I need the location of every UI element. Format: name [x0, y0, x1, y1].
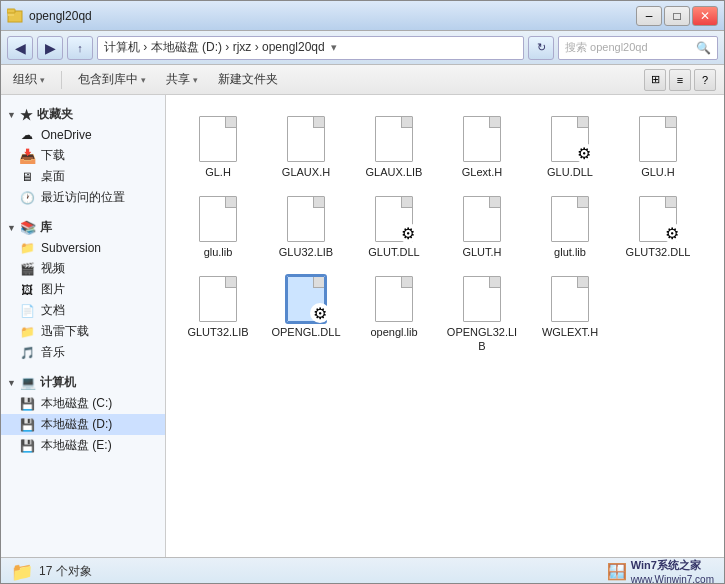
- file-item[interactable]: GLU32.LIB: [266, 191, 346, 263]
- file-item[interactable]: ⚙GLUT.DLL: [354, 191, 434, 263]
- document-icon: [463, 196, 501, 242]
- file-label: glut.lib: [554, 246, 586, 259]
- back-button[interactable]: ◀: [7, 36, 33, 60]
- file-label: GLAUX.H: [282, 166, 330, 179]
- file-icon-container: [370, 275, 418, 323]
- downloads-folder-icon: 📥: [19, 148, 35, 164]
- sidebar-item-drive-c[interactable]: 💾 本地磁盘 (C:): [1, 393, 165, 414]
- file-item[interactable]: ⚙OPENGL.DLL: [266, 271, 346, 356]
- share-dropdown-icon: ▾: [193, 75, 198, 85]
- file-icon-container: [546, 195, 594, 243]
- include-library-button[interactable]: 包含到库中 ▾: [74, 69, 150, 90]
- document-icon: [199, 196, 237, 242]
- file-item[interactable]: ⚙GLUT32.DLL: [618, 191, 698, 263]
- view-toggle-button[interactable]: ⊞: [644, 69, 666, 91]
- new-folder-button[interactable]: 新建文件夹: [214, 69, 282, 90]
- computer-section[interactable]: ▼ 💻 计算机: [1, 369, 165, 393]
- breadcrumb-bar[interactable]: 计算机 › 本地磁盘 (D:) › rjxz › opengl20qd ▾: [97, 36, 524, 60]
- sidebar: ▼ ★ 收藏夹 ☁ OneDrive 📥 下载 🖥 桌面 🕐 最近访问的位置 ▼…: [1, 95, 166, 557]
- file-item[interactable]: GLext.H: [442, 111, 522, 183]
- breadcrumb-text: 计算机 › 本地磁盘 (D:) › rjxz › opengl20qd: [104, 39, 325, 56]
- drive-e-icon: 💾: [19, 438, 35, 454]
- gear-icon: ⚙: [310, 303, 330, 323]
- sidebar-item-xunlei[interactable]: 📁 迅雷下载: [1, 321, 165, 342]
- minimize-button[interactable]: –: [636, 6, 662, 26]
- file-item[interactable]: ⚙GLU.DLL: [530, 111, 610, 183]
- document-icon: [199, 276, 237, 322]
- drive-d-icon: 💾: [19, 417, 35, 433]
- document-icon: [287, 116, 325, 162]
- file-item[interactable]: GL.H: [178, 111, 258, 183]
- file-item[interactable]: opengl.lib: [354, 271, 434, 356]
- windows-logo-icon: 🪟: [607, 562, 627, 581]
- gear-icon: ⚙: [398, 223, 418, 243]
- file-label: GLU.H: [641, 166, 675, 179]
- view-list-button[interactable]: ≡: [669, 69, 691, 91]
- up-button[interactable]: ↑: [67, 36, 93, 60]
- document-icon: [199, 116, 237, 162]
- refresh-button[interactable]: ↻: [528, 36, 554, 60]
- file-label: GL.H: [205, 166, 231, 179]
- file-label: GLU.DLL: [547, 166, 593, 179]
- document-icon: [463, 276, 501, 322]
- sidebar-item-music[interactable]: 🎵 音乐: [1, 342, 165, 363]
- desktop-icon: 🖥: [19, 169, 35, 185]
- file-icon-container: ⚙: [282, 275, 330, 323]
- file-icon-container: [194, 115, 242, 163]
- document-icon: [375, 276, 413, 322]
- file-label: GLUT.DLL: [368, 246, 419, 259]
- main-area: ▼ ★ 收藏夹 ☁ OneDrive 📥 下载 🖥 桌面 🕐 最近访问的位置 ▼…: [1, 95, 724, 557]
- object-count: 17 个对象: [39, 563, 92, 580]
- search-box[interactable]: 搜索 opengl20qd 🔍: [558, 36, 718, 60]
- file-item[interactable]: GLAUX.H: [266, 111, 346, 183]
- breadcrumb-dropdown-icon[interactable]: ▾: [331, 41, 337, 54]
- file-label: WGLEXT.H: [542, 326, 598, 339]
- favorites-section[interactable]: ▼ ★ 收藏夹: [1, 101, 165, 125]
- file-item[interactable]: glu.lib: [178, 191, 258, 263]
- favorites-collapse-icon: ▼: [7, 110, 16, 120]
- address-bar: ◀ ▶ ↑ 计算机 › 本地磁盘 (D:) › rjxz › opengl20q…: [1, 31, 724, 65]
- file-item[interactable]: GLAUX.LIB: [354, 111, 434, 183]
- file-icon-container: [458, 195, 506, 243]
- toolbar-divider-1: [61, 71, 62, 89]
- help-button[interactable]: ?: [694, 69, 716, 91]
- file-label: opengl.lib: [370, 326, 417, 339]
- sidebar-item-recent[interactable]: 🕐 最近访问的位置: [1, 187, 165, 208]
- file-item[interactable]: WGLEXT.H: [530, 271, 610, 356]
- sidebar-item-onedrive[interactable]: ☁ OneDrive: [1, 125, 165, 145]
- include-dropdown-icon: ▾: [141, 75, 146, 85]
- sidebar-item-drive-e[interactable]: 💾 本地磁盘 (E:): [1, 435, 165, 456]
- sidebar-item-documents[interactable]: 📄 文档: [1, 300, 165, 321]
- window-icon: [7, 8, 23, 24]
- document-icon: [551, 276, 589, 322]
- search-icon[interactable]: 🔍: [696, 41, 711, 55]
- sidebar-item-desktop[interactable]: 🖥 桌面: [1, 166, 165, 187]
- close-button[interactable]: ✕: [692, 6, 718, 26]
- file-item[interactable]: GLUT32.LIB: [178, 271, 258, 356]
- sidebar-item-pictures[interactable]: 🖼 图片: [1, 279, 165, 300]
- subversion-folder-icon: 📁: [19, 240, 35, 256]
- sidebar-item-video[interactable]: 🎬 视频: [1, 258, 165, 279]
- share-button[interactable]: 共享 ▾: [162, 69, 202, 90]
- library-icon: 📚: [20, 220, 36, 235]
- gear-icon: ⚙: [574, 143, 594, 163]
- video-icon: 🎬: [19, 261, 35, 277]
- libraries-section[interactable]: ▼ 📚 库: [1, 214, 165, 238]
- xunlei-folder-icon: 📁: [19, 324, 35, 340]
- file-item[interactable]: GLUT.H: [442, 191, 522, 263]
- file-item[interactable]: glut.lib: [530, 191, 610, 263]
- file-icon-container: [458, 115, 506, 163]
- organize-button[interactable]: 组织 ▾: [9, 69, 49, 90]
- forward-button[interactable]: ▶: [37, 36, 63, 60]
- file-item[interactable]: OPENGL32.LIB: [442, 271, 522, 356]
- status-bar: 📁 17 个对象 🪟 Win7系统之家 www.Winwin7.com: [1, 557, 724, 584]
- organize-dropdown-icon: ▾: [40, 75, 45, 85]
- sidebar-item-downloads[interactable]: 📥 下载: [1, 145, 165, 166]
- drive-c-icon: 💾: [19, 396, 35, 412]
- file-item[interactable]: GLU.H: [618, 111, 698, 183]
- maximize-button[interactable]: □: [664, 6, 690, 26]
- sidebar-item-subversion[interactable]: 📁 Subversion: [1, 238, 165, 258]
- onedrive-icon: ☁: [19, 127, 35, 143]
- file-label: OPENGL.DLL: [271, 326, 340, 339]
- sidebar-item-drive-d[interactable]: 💾 本地磁盘 (D:): [1, 414, 165, 435]
